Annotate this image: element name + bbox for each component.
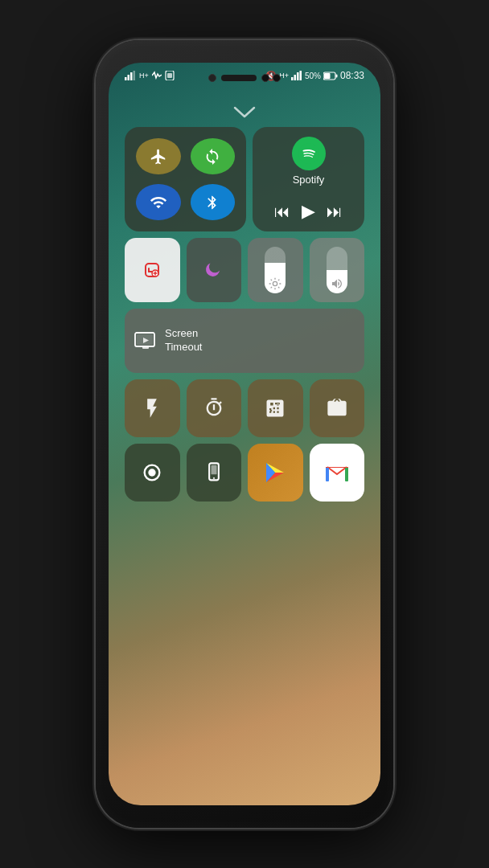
status-left: H+: [125, 71, 175, 80]
svg-rect-8: [297, 72, 299, 80]
camera-app[interactable]: [310, 379, 365, 437]
slider-brightness[interactable]: [248, 238, 303, 302]
svg-rect-30: [326, 464, 348, 481]
night-mode-toggle[interactable]: [187, 238, 242, 302]
spotify-label: Spotify: [293, 174, 325, 186]
screen-timeout-label: Screen Timeout: [165, 327, 202, 354]
svg-rect-6: [291, 77, 294, 80]
spotify-top: Spotify: [292, 137, 326, 186]
play-store-app[interactable]: [248, 444, 303, 502]
svg-rect-9: [299, 71, 302, 80]
svg-rect-33: [326, 467, 348, 468]
signal-bars: [291, 71, 302, 80]
phone-screen: H+ 🔇 H+ 50%: [109, 63, 380, 805]
battery-icon: [323, 72, 338, 80]
chevron-down-icon[interactable]: [233, 104, 256, 123]
phone-frame: H+ 🔇 H+ 50%: [96, 40, 393, 828]
svg-point-21: [149, 469, 156, 476]
front-camera: [208, 74, 216, 82]
rotation-lock-button[interactable]: [191, 138, 236, 174]
signal-icon: [125, 71, 136, 80]
gmail-app[interactable]: [310, 444, 365, 502]
svg-rect-2: [130, 72, 133, 80]
svg-rect-23: [211, 465, 216, 475]
row-screen-timeout: Screen Timeout: [125, 309, 364, 373]
next-button[interactable]: ⏭: [327, 203, 343, 221]
svg-rect-12: [335, 74, 337, 77]
rear-cameras: [261, 74, 281, 82]
airplane-mode-button[interactable]: [136, 138, 181, 174]
svg-rect-7: [294, 75, 296, 80]
svg-rect-17: [142, 346, 149, 349]
rear-cam-2: [273, 74, 281, 82]
slider-volume[interactable]: [310, 238, 365, 302]
activity-icon: [152, 71, 162, 80]
mobile-view-app[interactable]: [187, 444, 242, 502]
svg-rect-32: [345, 467, 348, 481]
connectivity-panel: [125, 127, 246, 231]
spotify-panel: Spotify ⏮ ▶ ⏭: [253, 127, 364, 231]
svg-rect-1: [128, 75, 130, 80]
timer-app[interactable]: [187, 379, 242, 437]
svg-rect-0: [125, 77, 127, 80]
time-display: 08:33: [340, 70, 364, 81]
camera-area: [208, 74, 281, 82]
calculator-app[interactable]: [248, 379, 303, 437]
row-quick-toggles: [125, 238, 364, 302]
svg-rect-5: [167, 73, 172, 78]
svg-point-24: [213, 477, 215, 479]
sim-icon: [165, 71, 175, 80]
rear-cam-1: [261, 74, 269, 82]
battery-percent: 50%: [305, 72, 321, 80]
screen-record-app[interactable]: [125, 444, 180, 502]
row-connectivity-spotify: Spotify ⏮ ▶ ⏭: [125, 127, 364, 231]
spotify-logo: [292, 137, 326, 170]
row-apps-2: [125, 444, 364, 502]
row-apps-1: [125, 379, 364, 437]
rotation-lock-toggle[interactable]: [125, 238, 180, 302]
prev-button[interactable]: ⏮: [274, 203, 290, 221]
earpiece: [221, 75, 257, 81]
screen-timeout-button[interactable]: Screen Timeout: [125, 309, 364, 373]
network-type: H+: [139, 72, 149, 80]
flashlight-app[interactable]: [125, 379, 180, 437]
svg-rect-11: [324, 73, 331, 79]
svg-rect-3: [134, 71, 136, 80]
media-controls: ⏮ ▶ ⏭: [274, 201, 343, 222]
wifi-button[interactable]: [136, 184, 181, 220]
bluetooth-button[interactable]: [191, 184, 236, 220]
play-button[interactable]: ▶: [302, 201, 315, 222]
svg-rect-31: [326, 467, 329, 481]
control-center: Spotify ⏮ ▶ ⏭: [125, 127, 364, 789]
